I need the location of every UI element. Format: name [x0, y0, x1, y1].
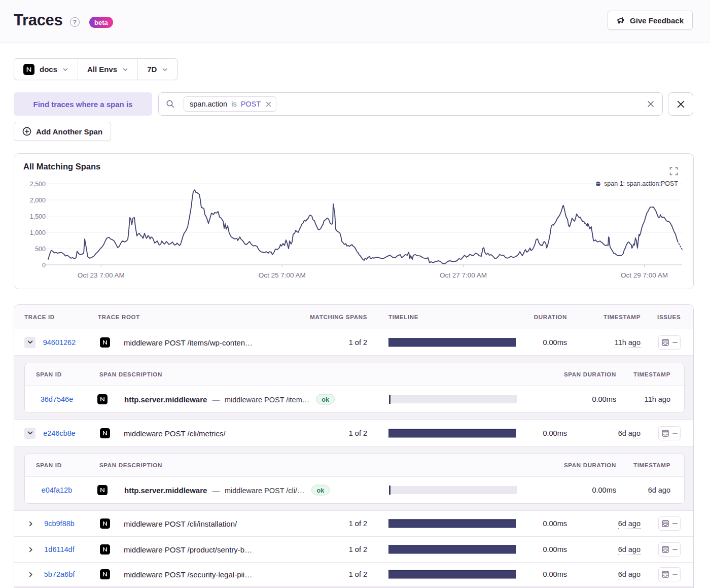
date-range-filter[interactable]: 7D	[137, 59, 177, 80]
span-status-badge: ok	[311, 485, 330, 496]
span-search-input[interactable]: span.action is POST	[158, 92, 663, 116]
column-header-timeline: TIMELINE	[388, 314, 418, 320]
span-id-link[interactable]: e04fa12b	[42, 486, 72, 494]
span-timeline-tick	[389, 486, 390, 495]
sub-column-header-span-id: SPAN ID	[36, 462, 62, 468]
date-range-filter-label: 7D	[147, 65, 157, 74]
span-description-text: middleware POST /cli/…	[225, 486, 305, 494]
trace-row-5b72a6bf[interactable]: 5b72a6bfmiddleware POST /security-legal-…	[14, 563, 693, 586]
trace-timeline-bar[interactable]	[388, 545, 516, 554]
span-timeline[interactable]	[389, 486, 517, 495]
sub-column-header-timestamp: TIMESTAMP	[633, 371, 670, 377]
span-row-36d7546e[interactable]: 36d7546ehttp.server.middleware—middlewar…	[25, 386, 684, 412]
page-header: Traces ? beta Give Feedback	[0, 0, 710, 43]
help-icon[interactable]: ?	[70, 17, 80, 27]
trace-row-e246cb8e[interactable]: e246cb8emiddleware POST /cli/metrics/1 o…	[14, 420, 693, 446]
y-axis-label: 500	[35, 246, 46, 253]
beta-badge: beta	[89, 17, 113, 28]
y-axis-label: 2,500	[30, 181, 46, 188]
trace-id-cell: e246cb8e	[35, 429, 84, 438]
trace-timestamp: 6d ago	[618, 520, 641, 528]
trace-issues-button[interactable]	[658, 426, 681, 440]
trace-id-link[interactable]: e246cb8e	[43, 429, 76, 437]
trace-id-link[interactable]: 5b72a6bf	[44, 570, 75, 578]
trace-row-94601262[interactable]: 94601262middleware POST /items/wp-conten…	[14, 329, 693, 356]
span-row-e04fa12b[interactable]: e04fa12bhttp.server.middleware—middlewar…	[25, 477, 684, 503]
environment-filter[interactable]: All Envs	[78, 59, 137, 80]
chevron-down-icon	[122, 66, 128, 73]
trace-id-link[interactable]: 1d6114df	[44, 545, 74, 554]
trace-issues-button[interactable]	[658, 335, 681, 350]
span-operation: http.server.middleware	[124, 486, 207, 495]
chevron-down-icon	[162, 66, 168, 73]
trace-timestamp: 11h ago	[615, 338, 641, 347]
trace-id-link[interactable]: 9cb9f88b	[44, 520, 75, 528]
traces-table: TRACE IDTRACE ROOTMATCHING SPANSTIMELINE…	[14, 304, 694, 588]
environment-filter-label: All Envs	[87, 65, 117, 74]
trace-row-1d6114df[interactable]: 1d6114dfmiddleware POST /product/sentry-…	[14, 537, 693, 563]
collapse-trace-button[interactable]	[24, 428, 36, 439]
column-header-trace-root: TRACE ROOT	[98, 314, 140, 320]
y-axis-label: 2,000	[30, 197, 46, 204]
trace-id-link[interactable]: 94601262	[43, 338, 76, 347]
nextjs-platform-icon	[100, 518, 110, 529]
trace-issues-button[interactable]	[658, 516, 681, 531]
matching-spans-count: 1 of 2	[349, 545, 367, 554]
no-issues-dash	[672, 342, 678, 343]
find-traces-label: Find traces where a span is	[14, 92, 152, 116]
no-issues-dash	[672, 549, 678, 550]
expand-trace-button[interactable]	[27, 546, 34, 553]
chevron-right-icon	[27, 521, 34, 527]
chevron-right-icon	[27, 546, 34, 553]
trace-issues-button[interactable]	[658, 542, 681, 557]
sub-column-header-span-id: SPAN ID	[36, 371, 62, 377]
remove-span-condition-button[interactable]	[668, 92, 693, 116]
y-axis-label: 1,000	[30, 229, 46, 236]
dash-separator: —	[212, 486, 220, 494]
span-description: http.server.middleware—middleware POST /…	[124, 394, 335, 405]
spans-sub-table: SPAN IDSPAN DESCRIPTIONSPAN DURATIONTIME…	[24, 363, 685, 413]
search-filter-token[interactable]: span.action is POST	[184, 96, 276, 112]
issues-inbox-icon	[661, 570, 669, 578]
nextjs-platform-icon	[100, 428, 110, 438]
trace-duration: 0.00ms	[543, 520, 567, 528]
trace-issues-button[interactable]	[658, 567, 681, 581]
add-another-span-button[interactable]: Add Another Span	[14, 122, 111, 141]
trace-timeline-bar[interactable]	[388, 338, 516, 347]
span-timeline-track	[389, 486, 517, 494]
trace-root: middleware POST /cli/installation/	[124, 520, 237, 528]
trace-timeline-bar[interactable]	[388, 429, 516, 437]
trace-timeline-bar[interactable]	[388, 520, 516, 528]
span-timeline[interactable]	[389, 395, 517, 404]
issues-inbox-icon	[661, 429, 669, 437]
trace-timeline-bar[interactable]	[388, 570, 516, 579]
matching-spans-count: 1 of 2	[349, 338, 367, 347]
span-id-link[interactable]: 36d7546e	[41, 395, 74, 403]
chart-line-solid	[48, 190, 678, 264]
sub-column-header-span-description: SPAN DESCRIPTION	[99, 462, 162, 468]
give-feedback-button[interactable]: Give Feedback	[608, 11, 693, 30]
expand-trace-button[interactable]	[27, 571, 34, 578]
token-remove-icon[interactable]	[266, 101, 271, 107]
spans-line-chart[interactable]: 05001,0001,5002,0002,500Oct 23 7:00 AMOc…	[14, 154, 693, 289]
collapse-trace-button[interactable]	[24, 337, 36, 348]
page-title: Traces	[14, 11, 62, 29]
expand-trace-button[interactable]	[27, 520, 34, 527]
matching-spans-count: 1 of 2	[349, 570, 367, 578]
sub-column-header-span-duration: SPAN DURATION	[564, 371, 616, 377]
spans-sub-table: SPAN IDSPAN DESCRIPTIONSPAN DURATIONTIME…	[24, 454, 685, 504]
sub-column-header-span-description: SPAN DESCRIPTION	[99, 371, 162, 377]
spans-sub-table-header: SPAN IDSPAN DESCRIPTIONSPAN DURATIONTIME…	[25, 454, 684, 477]
token-operator: is	[231, 100, 236, 108]
sub-column-header-timestamp: TIMESTAMP	[633, 462, 670, 468]
no-issues-dash	[672, 433, 678, 434]
nextjs-platform-icon	[100, 569, 110, 579]
nextjs-platform-icon	[100, 337, 110, 348]
trace-root: middleware POST /product/sentry-b…	[124, 545, 252, 554]
span-timeline-tick	[389, 395, 390, 404]
trace-row-9cb9f88b[interactable]: 9cb9f88bmiddleware POST /cli/installatio…	[14, 511, 693, 537]
column-header-matching-spans: MATCHING SPANS	[310, 314, 367, 320]
span-status-badge: ok	[316, 394, 335, 405]
clear-search-icon[interactable]	[646, 99, 655, 109]
project-filter[interactable]: docs	[14, 59, 78, 80]
